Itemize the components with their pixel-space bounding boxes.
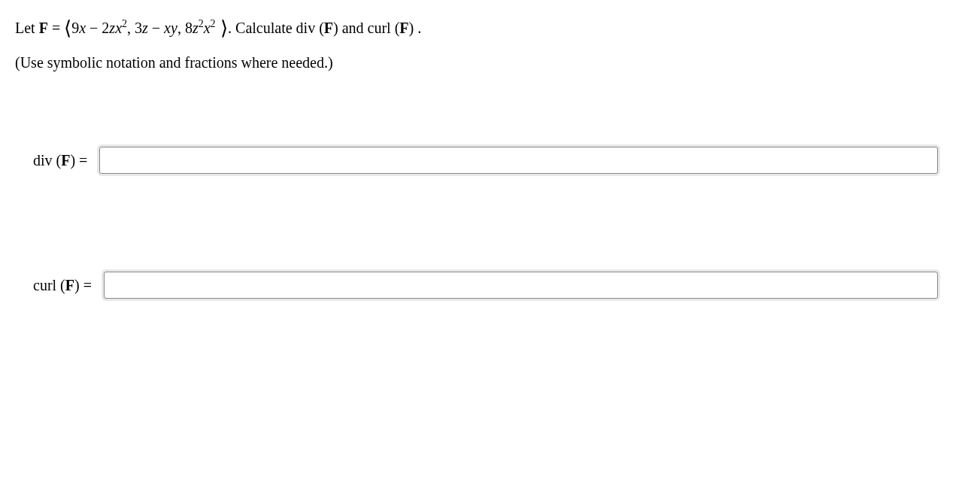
curl-answer-row: curl (F) = [15, 272, 965, 299]
suffix2: ) and curl ( [333, 20, 399, 36]
equals: = [48, 20, 64, 36]
suffix3: ) . [409, 20, 422, 36]
vector-var-2: F [324, 20, 333, 36]
problem-prefix: Let [15, 20, 39, 36]
vector-expression: ⟨9x − 2zx2, 3z − xy, 8z2x2 ⟩ [64, 20, 228, 36]
suffix1: . Calculate div ( [228, 20, 324, 36]
div-label: div (F) = [33, 152, 87, 169]
curl-label: curl (F) = [33, 277, 92, 294]
instruction-text: (Use symbolic notation and fractions whe… [15, 54, 965, 71]
problem-statement: Let F = ⟨9x − 2zx2, 3z − xy, 8z2x2 ⟩. Ca… [15, 14, 965, 41]
div-input[interactable] [99, 147, 938, 174]
div-answer-row: div (F) = [15, 147, 965, 174]
vector-var-3: F [399, 20, 408, 36]
bracket-close: ⟩ [216, 17, 229, 39]
curl-input[interactable] [104, 272, 938, 299]
bracket-open: ⟨ [64, 17, 71, 39]
vector-var: F [39, 20, 48, 36]
